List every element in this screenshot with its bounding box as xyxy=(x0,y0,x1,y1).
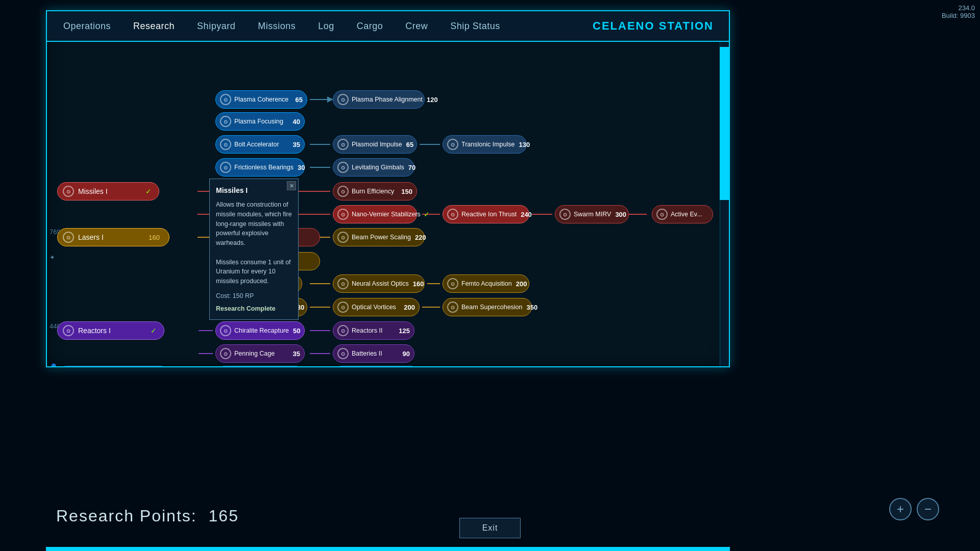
node-plasma-coherence[interactable]: ⊙ Plasma Coherence 65 xyxy=(215,90,307,109)
zoom-out-button[interactable]: − xyxy=(917,498,939,520)
node-burn-efficiency[interactable]: ⊙ Burn Efficiency 150 xyxy=(333,182,417,201)
bottom-progress-bar xyxy=(46,547,730,551)
node-translonic-impulse[interactable]: ⊙ Translonic Impulse 130 xyxy=(443,135,527,154)
translonic-impulse-cost: 130 xyxy=(519,141,530,148)
reactors-label: Reactors I xyxy=(78,327,111,335)
nav-missions[interactable]: Missions xyxy=(247,17,307,36)
bolt-accelerator-icon: ⊙ xyxy=(220,139,231,150)
plasma-focusing-label: Plasma Focusing xyxy=(234,118,289,125)
nav-log[interactable]: Log xyxy=(307,17,346,36)
beam-supercohesion-label: Beam Supercohesion xyxy=(461,304,523,311)
research-points-display: Research Points: 165 xyxy=(56,507,239,525)
swarm-mirv-cost: 300 xyxy=(615,211,626,218)
node-reactors-ii[interactable]: ⊙ Reactors II 125 xyxy=(333,321,414,340)
missiles-check: ✓ xyxy=(145,187,154,195)
node-active-ev[interactable]: ⊙ Active Ev... xyxy=(652,205,713,223)
beam-supercohesion-cost: 350 xyxy=(527,304,538,311)
station-title: CELAENO STATION xyxy=(593,19,724,33)
rp-label: Research Points: xyxy=(56,507,197,525)
scroll-bar[interactable] xyxy=(720,42,729,366)
research-area: 769 ✦ 448 👤 xyxy=(47,42,729,366)
exit-button[interactable]: Exit xyxy=(459,518,521,538)
lasers-cost: 160 xyxy=(149,234,164,241)
nav-crew[interactable]: Crew xyxy=(394,17,439,36)
chiralite-recapture-cost: 50 xyxy=(293,327,300,335)
reactive-ion-thrust-label: Reactive Ion Thrust xyxy=(461,211,517,218)
nano-vernier-icon: ⊙ xyxy=(337,209,349,220)
tooltip-body1: Allows the construction of missile modul… xyxy=(216,200,292,248)
nano-vernier-check: ✓ xyxy=(424,210,430,218)
tooltip-missiles-i: ✕ Missiles I Allows the construction of … xyxy=(209,179,299,320)
reactors-check: ✓ xyxy=(151,327,159,335)
node-plasma-phase[interactable]: ⊙ Plasma Phase Alignment 120 xyxy=(333,90,425,109)
node-strange-attractors[interactable]: ⊙ Strange Attractors 35 xyxy=(215,366,305,366)
corner-info: 234.0 Build: 9903 xyxy=(942,4,975,19)
missiles-icon: ⊙ xyxy=(63,186,74,197)
missiles-label: Missiles I xyxy=(78,187,108,195)
nav-bar: Operations Research Shipyard Missions Lo… xyxy=(47,11,729,42)
beam-power-scaling-icon: ⊙ xyxy=(337,232,349,243)
plasma-phase-cost: 120 xyxy=(427,96,438,104)
nav-operations[interactable]: Operations xyxy=(52,17,122,36)
nav-research[interactable]: Research xyxy=(122,17,186,36)
node-neural-assist-optics[interactable]: ⊙ Neural Assist Optics 160 xyxy=(333,274,425,293)
reactive-ion-thrust-cost: 240 xyxy=(521,211,532,218)
neural-assist-optics-icon: ⊙ xyxy=(337,278,349,289)
bolt-accelerator-label: Bolt Accelerator xyxy=(234,141,289,148)
reactors-ii-cost: 125 xyxy=(399,327,410,335)
node-femto-acquisition[interactable]: ⊙ Femto Acquisition 200 xyxy=(443,274,529,293)
penning-cage-icon: ⊙ xyxy=(220,348,231,359)
femto-acquisition-icon: ⊙ xyxy=(447,278,458,289)
category-reactors[interactable]: ⊙ Reactors I ✓ xyxy=(57,321,164,340)
node-batteries-ii[interactable]: ⊙ Batteries II 90 xyxy=(333,344,414,363)
node-bolt-accelerator[interactable]: ⊙ Bolt Accelerator 35 xyxy=(215,135,305,154)
node-reactive-ion-thrust[interactable]: ⊙ Reactive Ion Thrust 240 xyxy=(443,205,529,223)
plasma-coherence-icon: ⊙ xyxy=(220,94,231,105)
node-nano-vernier[interactable]: ⊙ Nano-Vernier Stabilizers ✓ xyxy=(333,205,417,223)
lasers-label: Lasers I xyxy=(78,233,104,241)
zoom-in-button[interactable]: + xyxy=(889,498,912,520)
plasma-focusing-cost: 40 xyxy=(293,118,300,126)
tooltip-status: Research Complete xyxy=(216,304,292,314)
active-ev-icon: ⊙ xyxy=(656,209,668,220)
burn-efficiency-cost: 150 xyxy=(401,188,412,195)
plasmoid-impulse-label: Plasmoid Impulse xyxy=(352,141,402,148)
optical-vortices-icon: ⊙ xyxy=(337,302,349,313)
chiralite-recapture-label: Chiralite Recapture xyxy=(234,327,289,334)
scroll-thumb[interactable] xyxy=(720,47,729,200)
node-plasma-focusing[interactable]: ⊙ Plasma Focusing 40 xyxy=(215,112,305,131)
tooltip-close-button[interactable]: ✕ xyxy=(287,181,296,190)
levitating-gimbals-cost: 70 xyxy=(408,164,415,171)
node-frictionless-bearings[interactable]: ⊙ Frictionless Bearings 30 xyxy=(215,158,305,177)
node-swarm-mirv[interactable]: ⊙ Swarm MIRV 300 xyxy=(555,205,629,223)
neural-assist-optics-cost: 160 xyxy=(413,280,424,288)
reactors-icon: ⊙ xyxy=(63,325,74,336)
penning-cage-label: Penning Cage xyxy=(234,350,289,357)
node-beam-supercohesion[interactable]: ⊙ Beam Supercohesion 350 xyxy=(443,298,532,316)
node-optical-vortices[interactable]: ⊙ Optical Vortices 200 xyxy=(333,298,420,316)
plasma-phase-label: Plasma Phase Alignment xyxy=(352,96,423,103)
node-levitating-gimbals[interactable]: ⊙ Levitating Gimbals 70 xyxy=(333,158,414,177)
frictionless-bearings-icon: ⊙ xyxy=(220,162,231,173)
beam-supercohesion-icon: ⊙ xyxy=(447,302,458,313)
plasmoid-impulse-icon: ⊙ xyxy=(337,139,349,150)
beam-power-scaling-label: Beam Power Scaling xyxy=(352,234,411,241)
tooltip-cost: Cost: 150 RP xyxy=(216,291,292,301)
node-extra-strong-force[interactable]: ⊙ Extra Strong Force 40 xyxy=(333,366,420,366)
nav-ship-status[interactable]: Ship Status xyxy=(439,17,511,36)
nav-shipyard[interactable]: Shipyard xyxy=(186,17,247,36)
nav-cargo[interactable]: Cargo xyxy=(346,17,395,36)
levitating-gimbals-label: Levitating Gimbals xyxy=(352,164,404,171)
category-tractor[interactable]: ⊙ Tractor Beam Collimator 15 xyxy=(57,366,169,366)
plasma-phase-icon: ⊙ xyxy=(337,94,349,105)
category-lasers[interactable]: ⊙ Lasers I 160 xyxy=(57,228,169,246)
translonic-impulse-label: Translonic Impulse xyxy=(461,141,514,148)
node-plasmoid-impulse[interactable]: ⊙ Plasmoid Impulse 65 xyxy=(333,135,417,154)
node-penning-cage[interactable]: ⊙ Penning Cage 35 xyxy=(215,344,305,363)
node-beam-power-scaling[interactable]: ⊙ Beam Power Scaling 220 xyxy=(333,228,425,246)
batteries-ii-cost: 90 xyxy=(403,350,410,358)
category-missiles[interactable]: ⊙ Missiles I ✓ xyxy=(57,182,159,201)
build-display: Build: 9903 xyxy=(942,12,975,19)
node-chiralite-recapture[interactable]: ⊙ Chiralite Recapture 50 xyxy=(215,321,305,340)
neural-assist-optics-label: Neural Assist Optics xyxy=(352,280,409,287)
